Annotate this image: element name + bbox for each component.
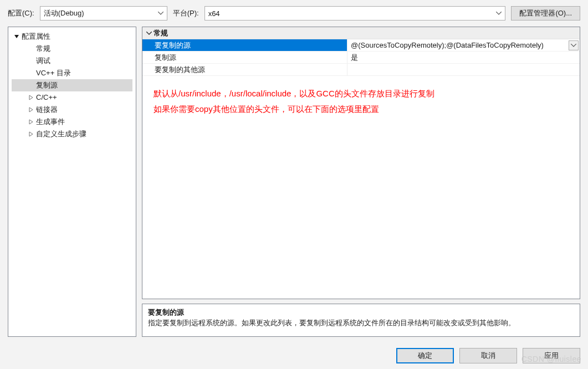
description-title: 要复制的源 <box>148 308 574 317</box>
config-label: 配置(C): <box>8 8 34 18</box>
chevron-down-icon <box>496 12 502 15</box>
chevron-down-icon <box>571 44 576 47</box>
tree-item-label: 生成事件 <box>36 116 65 128</box>
tree-item-label: 自定义生成步骤 <box>36 128 86 140</box>
annotation-line: 如果你需要copy其他位置的头文件，可以在下面的选项里配置 <box>154 101 576 117</box>
apply-label: 应用 <box>544 351 559 361</box>
property-row[interactable]: 要复制的源 @(SourcesToCopyRemotely);@(DataFil… <box>142 39 580 52</box>
category-label: 常规 <box>154 28 168 38</box>
property-name: 复制源 <box>142 52 347 63</box>
tree-root[interactable]: 配置属性 <box>12 30 132 43</box>
tree-item-label: VC++ 目录 <box>36 67 71 79</box>
tree-item-label: 常规 <box>36 43 50 55</box>
tree-item-buildevents[interactable]: 生成事件 <box>12 116 132 128</box>
config-manager-label: 配置管理器(O)... <box>519 8 572 18</box>
config-manager-button[interactable]: 配置管理器(O)... <box>511 6 580 20</box>
tree-item-label: 链接器 <box>36 104 58 116</box>
platform-combo[interactable]: x64 <box>204 6 506 20</box>
collapse-icon <box>13 34 21 39</box>
expand-icon <box>27 95 35 100</box>
apply-button[interactable]: 应用 <box>523 348 580 363</box>
config-value: 活动(Debug) <box>44 8 155 18</box>
right-column: 常规 要复制的源 @(SourcesToCopyRemotely);@(Data… <box>142 27 580 337</box>
property-value-text: 是 <box>351 53 358 63</box>
expand-icon <box>27 119 35 125</box>
dialog-body: 配置属性 常规 调试 VC++ 目录 复制源 C/C++ 链接器 <box>0 27 588 342</box>
description-text: 指定要复制到远程系统的源。如果更改此列表，要复制到远程系统的文件所在的目录结构可… <box>148 319 574 328</box>
tree-item-linker[interactable]: 链接器 <box>12 104 132 116</box>
cancel-button[interactable]: 取消 <box>459 348 517 363</box>
tree-item-copysource[interactable]: 复制源 <box>12 79 132 91</box>
tree-item-vcdirs[interactable]: VC++ 目录 <box>12 67 132 79</box>
property-row[interactable]: 复制源 是 <box>142 52 580 64</box>
toolbar: 配置(C): 活动(Debug) 平台(P): x64 配置管理器(O)... <box>0 0 588 27</box>
category-header[interactable]: 常规 <box>142 27 580 39</box>
ok-button[interactable]: 确定 <box>396 348 454 363</box>
expand-icon <box>27 131 35 137</box>
tree-item-label: C/C++ <box>36 91 57 104</box>
property-pages-dialog: 配置(C): 活动(Debug) 平台(P): x64 配置管理器(O)... <box>0 0 588 369</box>
collapse-icon <box>145 32 154 35</box>
property-row[interactable]: 要复制的其他源 <box>142 64 580 76</box>
property-grid: 常规 要复制的源 @(SourcesToCopyRemotely);@(Data… <box>142 27 580 299</box>
dialog-footer: 确定 取消 应用 <box>0 342 588 369</box>
tree-root-label: 配置属性 <box>22 30 50 43</box>
category-tree[interactable]: 配置属性 常规 调试 VC++ 目录 复制源 C/C++ 链接器 <box>8 27 136 337</box>
property-value[interactable]: 是 <box>347 52 580 63</box>
tree-item-customstep[interactable]: 自定义生成步骤 <box>12 128 132 140</box>
property-value[interactable]: @(SourcesToCopyRemotely);@(DataFilesToCo… <box>347 39 580 51</box>
chevron-down-icon <box>158 12 163 15</box>
tree-item-label: 调试 <box>36 55 50 67</box>
tree-item-general[interactable]: 常规 <box>12 43 132 55</box>
dropdown-button[interactable] <box>569 40 579 50</box>
ok-label: 确定 <box>418 351 432 361</box>
cancel-label: 取消 <box>481 351 495 361</box>
property-name: 要复制的其他源 <box>142 64 347 75</box>
expand-icon <box>27 107 35 112</box>
property-value[interactable] <box>347 64 580 75</box>
annotation-line: 默认从/usr/include，/usr/local/include，以及GCC… <box>154 86 576 101</box>
config-combo[interactable]: 活动(Debug) <box>40 6 167 20</box>
annotation-overlay: 默认从/usr/include，/usr/local/include，以及GCC… <box>142 76 580 117</box>
property-name: 要复制的源 <box>142 39 347 51</box>
tree-item-debug[interactable]: 调试 <box>12 55 132 67</box>
description-panel: 要复制的源 指定要复制到远程系统的源。如果更改此列表，要复制到远程系统的文件所在… <box>142 304 580 337</box>
platform-label: 平台(P): <box>173 8 199 18</box>
tree-item-label: 复制源 <box>36 79 58 91</box>
platform-value: x64 <box>208 9 493 18</box>
tree-item-ccpp[interactable]: C/C++ <box>12 91 132 104</box>
property-value-text: @(SourcesToCopyRemotely);@(DataFilesToCo… <box>351 41 544 49</box>
